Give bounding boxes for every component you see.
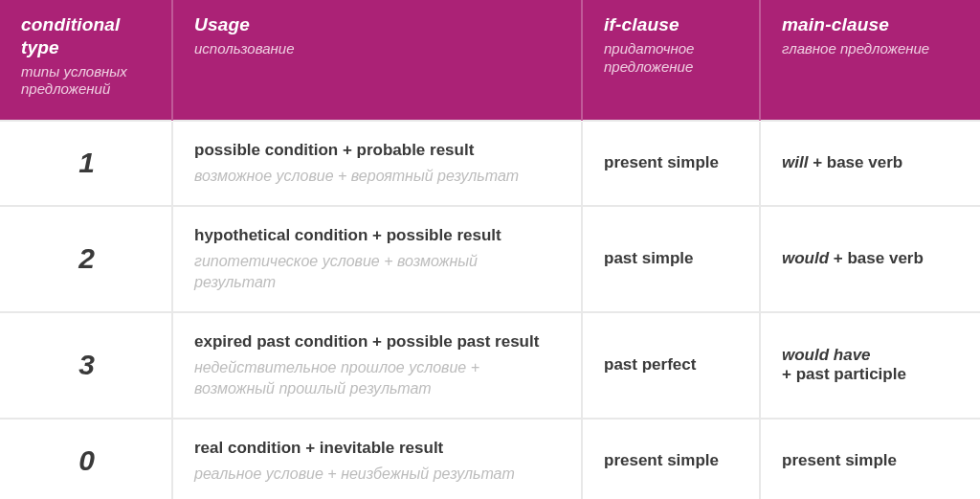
header-ru: главное предложение [782,40,961,58]
header-en: Usage [194,13,562,36]
usage-en: real condition + inevitable result [194,437,562,460]
header-ru: придаточное предложение [604,40,740,77]
type-number: 1 [0,121,172,206]
header-row: conditional type типы условных предложен… [0,0,980,121]
usage-en: expired past condition + possible past r… [194,330,562,353]
type-number: 2 [0,206,172,312]
header-ru: использование [194,40,562,58]
usage-ru: гипотетическое условие + возможный резул… [194,251,562,292]
main-clause-cell: would have+ past participle [760,312,980,419]
main-clause-cell: present simple [760,419,980,499]
header-usage: Usage использование [172,0,582,121]
if-clause-cell: past simple [582,206,760,312]
if-clause-cell: present simple [582,419,760,499]
if-clause-cell: past perfect [582,312,760,419]
header-ru: типы условных предложений [21,63,152,100]
usage-ru: недействительное прошлое условие + возмо… [194,357,562,398]
type-number: 3 [0,312,172,419]
usage-ru: реальное условие + неизбежный результат [194,464,562,485]
usage-cell: possible condition + probable result воз… [172,121,582,206]
table-row: 2 hypothetical condition + possible resu… [0,206,980,312]
header-if-clause: if-clause придаточное предложение [582,0,760,121]
header-en: main-clause [782,13,961,36]
usage-cell: hypothetical condition + possible result… [172,206,582,312]
usage-en: possible condition + probable result [194,139,562,162]
usage-en: hypothetical condition + possible result [194,224,562,247]
table-row: 3 expired past condition + possible past… [0,312,980,419]
main-clause-cell: would + base verb [760,206,980,312]
main-clause-cell: will + base verb [760,121,980,206]
table-row: 1 possible condition + probable result в… [0,121,980,206]
if-clause-cell: present simple [582,121,760,206]
header-en: if-clause [604,13,740,36]
header-main-clause: main-clause главное предложение [760,0,980,121]
table-row: 0 real condition + inevitable result реа… [0,419,980,499]
type-number: 0 [0,419,172,499]
usage-cell: expired past condition + possible past r… [172,312,582,419]
conditionals-table: conditional type типы условных предложен… [0,0,980,499]
table-body: 1 possible condition + probable result в… [0,121,980,499]
usage-ru: возможное условие + вероятный результат [194,166,562,187]
usage-cell: real condition + inevitable result реаль… [172,419,582,499]
header-conditional-type: conditional type типы условных предложен… [0,0,172,121]
header-en: conditional type [21,13,152,59]
